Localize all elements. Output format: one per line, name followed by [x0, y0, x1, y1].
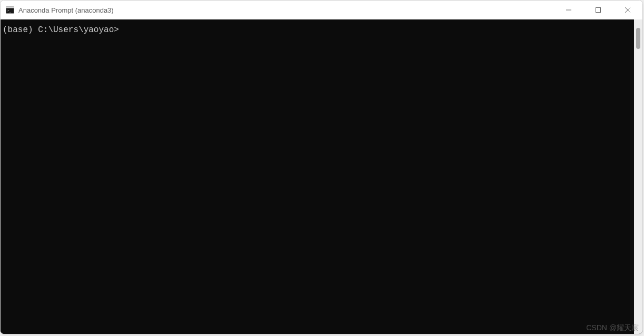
svg-rect-4: [596, 8, 601, 13]
svg-text:>_: >_: [7, 8, 12, 13]
scrollbar-track[interactable]: [634, 19, 642, 334]
terminal-icon: >_: [6, 6, 14, 14]
window-controls: [554, 1, 642, 19]
terminal-wrapper: (base) C:\Users\yaoyao>: [1, 19, 642, 334]
maximize-icon: [596, 7, 601, 13]
close-icon: [625, 7, 630, 13]
titlebar[interactable]: >_ Anaconda Prompt (anaconda3): [1, 1, 642, 19]
app-window: >_ Anaconda Prompt (anaconda3) (base) C:…: [0, 0, 643, 334]
scrollbar-thumb[interactable]: [636, 28, 640, 49]
maximize-button[interactable]: [583, 1, 613, 19]
minimize-button[interactable]: [554, 1, 583, 19]
minimize-icon: [566, 7, 571, 13]
terminal-prompt: (base) C:\Users\yaoyao>: [3, 25, 119, 35]
titlebar-left: >_ Anaconda Prompt (anaconda3): [6, 6, 114, 14]
terminal[interactable]: (base) C:\Users\yaoyao>: [1, 19, 634, 334]
close-button[interactable]: [613, 1, 642, 19]
window-title: Anaconda Prompt (anaconda3): [18, 6, 114, 14]
